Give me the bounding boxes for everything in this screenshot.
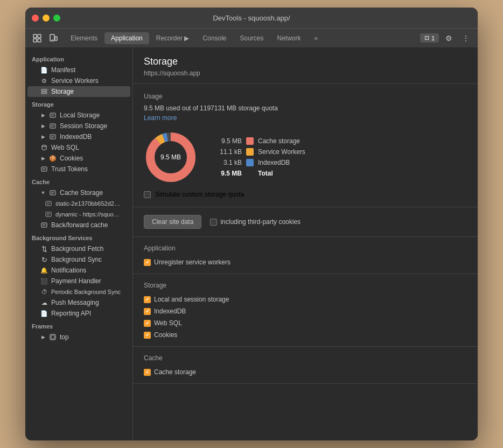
- unregister-sw-checkbox[interactable]: [144, 259, 151, 266]
- reporting-api-icon: 📄: [40, 310, 48, 317]
- learn-more-link[interactable]: Learn more: [144, 114, 177, 122]
- cache-storage-checkbox[interactable]: [144, 369, 151, 376]
- web-sql-checkbox[interactable]: [144, 320, 151, 327]
- cache-dynamic-icon: [45, 211, 52, 218]
- clear-section: Clear site data including third-party co…: [133, 207, 478, 237]
- simulate-label: Simulate custom storage quota: [155, 191, 244, 198]
- tab-sources[interactable]: Sources: [233, 32, 270, 44]
- sidebar-item-session-storage[interactable]: ▶ Session Storage: [27, 121, 130, 131]
- legend-label-total: Total: [258, 170, 273, 177]
- cache-storage-icon: [49, 189, 57, 197]
- notifications-icon: 🔔: [40, 267, 48, 274]
- maximize-button[interactable]: [53, 15, 60, 22]
- legend-label-idb: IndexedDB: [258, 159, 290, 166]
- sidebar-item-manifest[interactable]: 📄 Manifest: [27, 65, 130, 75]
- tab-network[interactable]: Network: [271, 32, 308, 44]
- svg-rect-22: [50, 191, 55, 195]
- sidebar-item-label-cookies: Cookies: [60, 155, 83, 162]
- sidebar-item-push-messaging[interactable]: ☁ Push Messaging: [27, 297, 130, 308]
- sidebar-item-label-web-sql: Web SQL: [51, 144, 79, 151]
- tab-more[interactable]: »: [308, 32, 325, 44]
- indexeddb-checkbox[interactable]: [144, 308, 151, 315]
- svg-rect-9: [50, 113, 55, 117]
- usage-label: Usage: [144, 93, 467, 100]
- device-icon[interactable]: [46, 31, 61, 46]
- sidebar-item-cookies[interactable]: ▶ 🍪 Cookies: [27, 153, 130, 164]
- svg-rect-19: [41, 167, 47, 171]
- tab-application[interactable]: Application: [104, 32, 149, 44]
- sidebar-item-local-storage[interactable]: ▶ Local Storage: [27, 110, 130, 121]
- sidebar-item-frames-top[interactable]: ▶ top: [27, 332, 130, 342]
- sidebar-item-cache-storage[interactable]: ▼ Cache Storage: [27, 187, 130, 198]
- unregister-sw-label: Unregister service workers: [154, 258, 230, 266]
- simulate-checkbox[interactable]: [144, 191, 151, 198]
- third-party-cookies-checkbox[interactable]: [210, 219, 217, 226]
- svg-rect-15: [50, 135, 55, 139]
- legend-color-idb: [246, 159, 254, 166]
- unregister-sw-item: Unregister service workers: [144, 258, 467, 266]
- third-party-cookies-label: including third-party cookies: [220, 218, 301, 226]
- sidebar-item-web-sql[interactable]: Web SQL: [27, 142, 130, 153]
- application-checkbox-list: Unregister service workers: [144, 258, 467, 266]
- periodic-background-sync-icon: ⏱: [40, 288, 48, 296]
- minimize-button[interactable]: [43, 15, 50, 22]
- legend-label-cache: Cache storage: [258, 137, 300, 145]
- legend-color-total: [246, 170, 254, 177]
- sidebar-item-background-fetch[interactable]: ⇅ Background Fetch: [27, 243, 130, 254]
- sidebar-item-service-workers[interactable]: ⚙ Service Workers: [27, 75, 130, 86]
- titlebar: DevTools - squoosh.app/: [25, 8, 478, 28]
- web-sql-item: Web SQL: [144, 319, 467, 327]
- sidebar-item-periodic-background-sync[interactable]: ⏱ Periodic Background Sync: [27, 286, 130, 297]
- storage-checkboxes-section: Storage Local and session storage Indexe…: [133, 274, 478, 347]
- local-session-checkbox[interactable]: [144, 296, 151, 303]
- sidebar-section-frames: Frames: [25, 319, 132, 332]
- sidebar-item-payment-handler[interactable]: ⬛ Payment Handler: [27, 276, 130, 286]
- toolbar-tabs: Elements Application Recorder ▶ Console …: [64, 32, 324, 44]
- console-badge[interactable]: ⊡ 1: [420, 33, 439, 43]
- more-options-icon[interactable]: ⋮: [458, 31, 473, 46]
- inspect-icon[interactable]: [30, 31, 45, 46]
- content-url: https://squoosh.app: [144, 69, 467, 77]
- svg-rect-6: [55, 37, 57, 40]
- svg-rect-8: [41, 92, 47, 94]
- sidebar-item-cache-static[interactable]: static-2e1370bb652d2e7e…: [27, 198, 130, 209]
- clear-site-data-button[interactable]: Clear site data: [144, 215, 201, 229]
- background-sync-icon: ↻: [40, 256, 48, 263]
- sidebar-item-storage[interactable]: Storage: [27, 86, 130, 97]
- expand-arrow-cache-storage: ▼: [40, 190, 46, 195]
- badge-count: 1: [431, 35, 435, 41]
- sidebar-item-back-forward-cache[interactable]: Back/forward cache: [27, 220, 130, 230]
- cookies-label: Cookies: [154, 331, 177, 339]
- sidebar-item-indexeddb[interactable]: ▶ IndexedDB: [27, 131, 130, 142]
- application-checkboxes-section: Application Unregister service workers: [133, 237, 478, 274]
- chart-area: 9.5 MB 9.5 MB Cache storage 11.1 kB Serv…: [144, 130, 467, 184]
- sidebar-section-storage: Storage: [25, 97, 132, 110]
- cache-storage-label: Cache storage: [154, 368, 196, 376]
- sidebar-item-reporting-api[interactable]: 📄 Reporting API: [27, 308, 130, 319]
- sidebar-item-cache-dynamic[interactable]: dynamic - https://squoosh…: [27, 209, 130, 220]
- tab-console[interactable]: Console: [196, 32, 233, 44]
- sidebar-item-label-indexeddb: IndexedDB: [60, 133, 92, 141]
- donut-center-label: 9.5 MB: [160, 153, 181, 161]
- close-button[interactable]: [32, 15, 39, 22]
- tab-recorder[interactable]: Recorder ▶: [150, 32, 196, 44]
- sidebar-item-label-local-storage: Local Storage: [60, 111, 100, 119]
- sidebar-item-label-periodic-background-sync: Periodic Background Sync: [51, 289, 121, 295]
- tab-elements[interactable]: Elements: [64, 32, 104, 44]
- legend-value-cache: 9.5 MB: [215, 137, 242, 145]
- expand-arrow-local-storage: ▶: [40, 113, 46, 118]
- web-sql-label: Web SQL: [154, 319, 182, 327]
- legend-label-sw: Service Workers: [258, 148, 305, 156]
- settings-icon[interactable]: ⚙: [441, 31, 456, 46]
- sidebar-section-cache: Cache: [25, 174, 132, 187]
- session-storage-icon: [49, 122, 57, 130]
- web-sql-icon: [40, 144, 48, 151]
- cookies-checkbox[interactable]: [144, 332, 151, 339]
- expand-arrow-indexeddb: ▶: [40, 134, 46, 139]
- legend-row-cache: 9.5 MB Cache storage: [215, 137, 305, 145]
- sidebar-item-notifications[interactable]: 🔔 Notifications: [27, 265, 130, 276]
- sidebar-item-trust-tokens[interactable]: Trust Tokens: [27, 164, 130, 174]
- legend-color-cache: [246, 137, 254, 145]
- payment-handler-icon: ⬛: [40, 277, 48, 285]
- sidebar-item-background-sync[interactable]: ↻ Background Sync: [27, 254, 130, 265]
